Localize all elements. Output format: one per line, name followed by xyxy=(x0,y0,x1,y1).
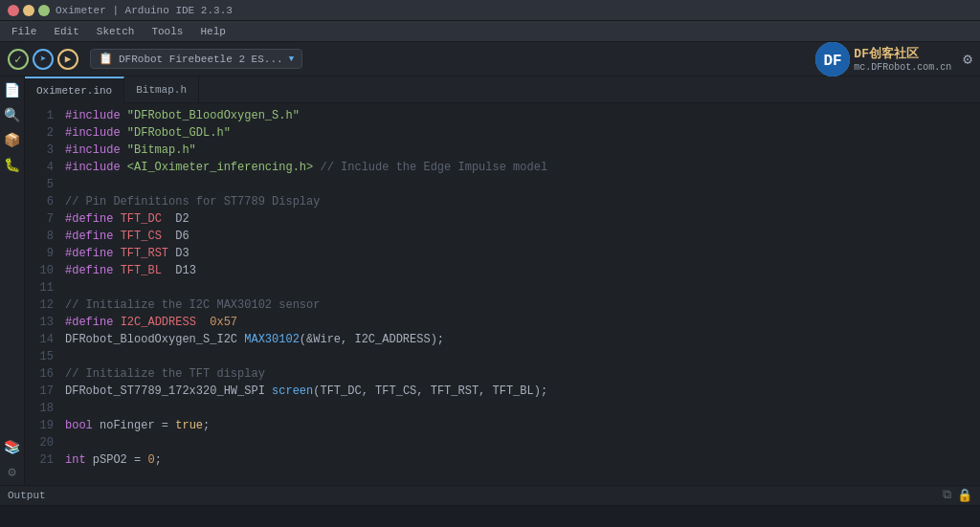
line-number: 21 xyxy=(25,451,65,469)
minimize-button[interactable] xyxy=(23,5,34,16)
line-content: #define TFT_RST D3 xyxy=(65,245,980,262)
sidebar-settings-icon[interactable]: ⚙ xyxy=(3,462,22,481)
sidebar: 📄 🔍 📦 🐛 📚 ⚙ xyxy=(0,77,25,485)
line-number: 5 xyxy=(25,176,65,193)
brand-logo: DF xyxy=(815,42,850,77)
code-line: 18 xyxy=(25,400,980,417)
menubar: File Edit Sketch Tools Help xyxy=(0,21,980,42)
line-content: DFRobot_BloodOxygen_S_I2C MAX30102(&Wire… xyxy=(65,331,980,348)
line-content: #include "DFRobot_GDL.h" xyxy=(65,124,980,142)
line-number: 9 xyxy=(25,245,65,262)
code-line: 16// Initialize the TFT display xyxy=(25,365,980,383)
verify-button[interactable]: ✓ xyxy=(8,49,29,70)
output-lock-icon[interactable]: 🔒 xyxy=(957,488,972,503)
line-content: // Initialize the TFT display xyxy=(65,365,980,383)
line-number: 12 xyxy=(25,296,65,314)
code-line: 9#define TFT_RST D3 xyxy=(25,245,980,262)
menu-edit[interactable]: Edit xyxy=(46,24,86,39)
line-number: 6 xyxy=(25,193,65,210)
line-number: 11 xyxy=(25,279,65,296)
branding: DF DF创客社区 mc.DFRobot.com.cn ⚙ xyxy=(815,42,972,77)
line-number: 10 xyxy=(25,262,65,279)
line-number: 18 xyxy=(25,400,65,417)
code-editor[interactable]: 1#include "DFRobot_BloodOxygen_S.h"2#inc… xyxy=(25,103,980,485)
menu-tools[interactable]: Tools xyxy=(144,24,190,39)
code-line: 11 xyxy=(25,279,980,296)
editor: Oximeter.ino Bitmap.h 1#include "DFRobot… xyxy=(25,77,980,485)
svg-text:DF: DF xyxy=(824,53,842,70)
output-copy-icon[interactable]: ⧉ xyxy=(943,488,951,503)
line-number: 4 xyxy=(25,159,65,176)
code-line: 10#define TFT_BL D13 xyxy=(25,262,980,279)
line-number: 16 xyxy=(25,365,65,383)
output-label: Output xyxy=(8,490,46,501)
line-number: 15 xyxy=(25,348,65,365)
main-area: 📄 🔍 📦 🐛 📚 ⚙ Oximeter.ino Bitmap.h 1#incl… xyxy=(0,77,980,485)
board-name: DFRobot Firebeetle 2 ES... xyxy=(119,54,283,65)
brand-url: mc.DFRobot.com.cn xyxy=(854,62,951,73)
code-line: 8#define TFT_CS D6 xyxy=(25,228,980,245)
sidebar-debug-icon[interactable]: 🐛 xyxy=(3,155,22,174)
tab-bitmap[interactable]: Bitmap.h xyxy=(124,77,199,103)
line-content xyxy=(65,279,980,296)
line-content xyxy=(65,176,980,193)
line-content xyxy=(65,434,980,451)
output-panel xyxy=(0,506,980,527)
code-line: 20 xyxy=(25,434,980,451)
sidebar-files-icon[interactable]: 📄 xyxy=(3,80,22,99)
menu-file[interactable]: File xyxy=(4,24,44,39)
code-line: 21int pSPO2 = 0; xyxy=(25,451,980,469)
code-line: 14DFRobot_BloodOxygen_S_I2C MAX30102(&Wi… xyxy=(25,331,980,348)
sidebar-libraries-icon[interactable]: 📚 xyxy=(3,437,22,456)
output-controls: ⧉ 🔒 xyxy=(943,488,972,503)
titlebar: Oximeter | Arduino IDE 2.3.3 xyxy=(0,0,980,21)
maximize-button[interactable] xyxy=(38,5,50,16)
code-line: 15 xyxy=(25,348,980,365)
line-number: 13 xyxy=(25,314,65,331)
sidebar-boards-icon[interactable]: 📦 xyxy=(3,130,22,149)
code-line: 17DFRobot_ST7789_172x320_HW_SPI screen(T… xyxy=(25,383,980,400)
close-button[interactable] xyxy=(8,5,19,16)
debug-button[interactable]: ▶ xyxy=(57,49,78,70)
line-number: 8 xyxy=(25,228,65,245)
code-line: 6// Pin Definitions for ST7789 Display xyxy=(25,193,980,210)
line-number: 7 xyxy=(25,210,65,228)
code-line: 12// Initialize the I2C MAX30102 sensor xyxy=(25,296,980,314)
line-content: #define TFT_BL D13 xyxy=(65,262,980,279)
upload-button[interactable]: ➤ xyxy=(33,49,54,70)
line-number: 1 xyxy=(25,107,65,124)
line-content: bool noFinger = true; xyxy=(65,417,980,434)
line-number: 19 xyxy=(25,417,65,434)
line-content xyxy=(65,400,980,417)
code-line: 3#include "Bitmap.h" xyxy=(25,142,980,159)
line-content: #include "Bitmap.h" xyxy=(65,142,980,159)
line-content: #define TFT_DC D2 xyxy=(65,210,980,228)
line-content: // Initialize the I2C MAX30102 sensor xyxy=(65,296,980,314)
code-line: 13#define I2C_ADDRESS 0x57 xyxy=(25,314,980,331)
code-line: 1#include "DFRobot_BloodOxygen_S.h" xyxy=(25,107,980,124)
board-selector[interactable]: 📋 DFRobot Firebeetle 2 ES... ▼ xyxy=(90,49,302,69)
line-content: #define TFT_CS D6 xyxy=(65,228,980,245)
line-content: DFRobot_ST7789_172x320_HW_SPI screen(TFT… xyxy=(65,383,980,400)
line-content: #include <AI_Oximeter_inferencing.h> // … xyxy=(65,159,980,176)
code-line: 4#include <AI_Oximeter_inferencing.h> //… xyxy=(25,159,980,176)
line-number: 17 xyxy=(25,383,65,400)
line-content: #include "DFRobot_BloodOxygen_S.h" xyxy=(65,107,980,124)
line-content: int pSPO2 = 0; xyxy=(65,451,980,469)
brand-name: DF创客社区 xyxy=(854,45,951,62)
toolbar: ✓ ➤ ▶ 📋 DFRobot Firebeetle 2 ES... ▼ DF … xyxy=(0,42,980,77)
tab-oximeter[interactable]: Oximeter.ino xyxy=(25,77,124,103)
window-title: Oximeter | Arduino IDE 2.3.3 xyxy=(56,5,233,16)
line-content: // Pin Definitions for ST7789 Display xyxy=(65,193,980,210)
settings-icon[interactable]: ⚙ xyxy=(963,50,972,69)
brand-info: DF创客社区 mc.DFRobot.com.cn xyxy=(854,45,951,73)
line-number: 3 xyxy=(25,142,65,159)
code-line: 19bool noFinger = true; xyxy=(25,417,980,434)
menu-sketch[interactable]: Sketch xyxy=(89,24,143,39)
menu-help[interactable]: Help xyxy=(192,24,233,39)
sidebar-search-icon[interactable]: 🔍 xyxy=(3,105,22,124)
line-content xyxy=(65,348,980,365)
chevron-down-icon: ▼ xyxy=(289,55,294,64)
output-header: Output ⧉ 🔒 xyxy=(0,485,980,506)
line-number: 2 xyxy=(25,124,65,142)
